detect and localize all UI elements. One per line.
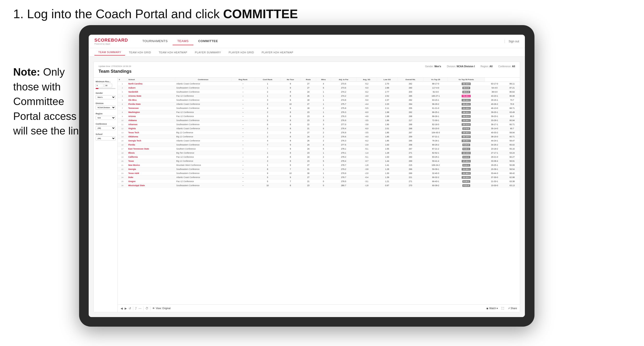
sub-nav-team-h2h-grid[interactable]: TEAM H2H GRID: [125, 49, 155, 55]
toolbar-forward-icon[interactable]: ▶: [125, 307, 127, 310]
region-select[interactable]: N/A All: [96, 116, 116, 120]
school-select[interactable]: (All): [96, 136, 116, 141]
content-panel: Update time: 27/03/2024 16:56:26 Team St…: [94, 61, 520, 312]
filter-region-label: Region: [96, 112, 116, 115]
score-badge: 23-23-1: [462, 140, 471, 142]
filter-section-min-rounds: Minimum Rou...: [96, 80, 116, 89]
logo-text: SCOREBOARD: [94, 38, 128, 43]
col-avg-sg: Avg. SG: [356, 78, 377, 82]
table-row: 25OregonPac-12 Conference–57210278.5-3.1…: [118, 179, 520, 183]
score-badge: 8-14-0: [462, 156, 470, 159]
sub-nav-team-h2h-heatmap[interactable]: TEAM H2H HEATMAP: [155, 49, 191, 55]
sub-nav-team-summary[interactable]: TEAM SUMMARY: [94, 49, 125, 55]
toolbar-more-icon[interactable]: ⋯: [138, 307, 142, 310]
sign-out[interactable]: Sign out: [504, 40, 519, 43]
score-badge: 28-6-0: [462, 91, 470, 93]
filter-school-label: School: [96, 133, 116, 136]
filter-section-region: Region N/A All: [96, 112, 116, 120]
table-row: 4Arizona StatePac-12 Conference–18261274…: [118, 94, 520, 98]
gender-select[interactable]: Men's Women's: [96, 95, 116, 99]
toolbar-back-icon[interactable]: ◀: [120, 307, 123, 310]
score-badge: 18-12-1: [462, 111, 471, 114]
fullscreen-icon: ⛶: [502, 307, 504, 310]
min-rounds-min-input[interactable]: [96, 84, 104, 87]
filter-section-conference: Conference (All) SEC ACC: [96, 123, 116, 130]
table-row: 15Georgia TechAtlantic Coast Conference–…: [118, 139, 520, 143]
toolbar-reload-icon[interactable]: ↺: [129, 307, 131, 310]
score-badge: 23-11-0: [462, 123, 471, 126]
tablet-frame: SCOREBOARD Powered by clippd TOURNAMENTS…: [79, 25, 534, 327]
standings-table: # School Conference Reg Rank Conf Rank N…: [118, 78, 520, 187]
col-no-tour: No Tour: [280, 78, 300, 82]
filter-conference-label: Conference: [96, 123, 116, 125]
col-vs-top25: Vs Top 25: [424, 78, 448, 82]
score-badge: 9-24-0: [462, 144, 470, 146]
update-time: Update time: 27/03/2024 16:56:26: [98, 65, 132, 67]
score-badge: 10-23-0: [462, 176, 471, 179]
table-row: 5Ole MissSoutheastern Conference–3618127…: [118, 98, 520, 102]
share-button[interactable]: ↗ Share: [508, 307, 517, 310]
app-header: SCOREBOARD Powered by clippd TOURNAMENTS…: [89, 35, 525, 48]
score-badge: 16-21-0: [462, 115, 471, 118]
division-select[interactable]: NCAA Division I NCAA Division II NCAA Di…: [96, 106, 116, 110]
sub-nav-player-summary[interactable]: PLAYER SUMMARY: [191, 49, 225, 55]
filter-min-rounds-inputs: [96, 84, 116, 87]
filter-section-school: School (All): [96, 133, 116, 141]
score-badge: 11-29-1: [462, 168, 471, 171]
right-content: # School Conference Reg Rank Conf Rank N…: [118, 78, 520, 312]
table-row: 21New MexicoMountain West Conference–192…: [118, 163, 520, 167]
score-badge: 9-18-1: [462, 180, 470, 183]
table-row: 14OklahomaBig 12 Conference–28242276.6-4…: [118, 135, 520, 139]
toolbar-clock-icon[interactable]: ⏱: [146, 307, 148, 310]
col-wins: Wins: [316, 78, 331, 82]
table-row: 2AuburnSoutheastern Conference–19276273.…: [118, 86, 520, 90]
table-row: 24DukeAtlantic Coast Conference–59271278…: [118, 175, 520, 179]
toolbar-divider-2: [143, 307, 144, 310]
score-badge: 42-16-0: [462, 83, 471, 85]
panel-body: Minimum Rou... Gender: [94, 78, 520, 312]
sub-nav-player-h2h-heatmap[interactable]: PLAYER H2H HEATMAP: [258, 49, 297, 55]
col-conference: Conference: [175, 78, 231, 82]
score-badge: 12-13-0: [462, 152, 471, 154]
table-row: 19CaliforniaPac-12 Conference–48242278.2…: [118, 155, 520, 159]
filter-min-rounds-label: Minimum Rou...: [96, 80, 116, 83]
filter-division-label: Division: [96, 102, 116, 105]
nav-tournaments[interactable]: TOURNAMENTS: [138, 37, 172, 45]
note-text: Note: Only those with Committee Portal a…: [13, 65, 85, 138]
nav-teams[interactable]: TEAMS: [172, 37, 194, 45]
slider-fill: [96, 88, 98, 89]
view-original-btn[interactable]: 👁 View: Original: [152, 307, 171, 310]
tablet-screen: SCOREBOARD Powered by clippd TOURNAMENTS…: [89, 35, 525, 317]
table-row: 22GeorgiaSoutheastern Conference–8721127…: [118, 167, 520, 171]
score-badge: 17-33-3: [462, 160, 471, 163]
toolbar-share-icon[interactable]: ⤴: [135, 307, 136, 310]
fullscreen-button[interactable]: ⛶: [502, 307, 504, 310]
score-badge: 9-12-1: [462, 164, 470, 167]
watch-button[interactable]: ◉ Watch ▾: [486, 307, 498, 310]
table-row: 1North CarolinaAtlantic Coast Conference…: [118, 82, 520, 86]
logo-area: SCOREBOARD Powered by clippd: [94, 38, 128, 45]
filter-gender-label: Gender: [96, 92, 116, 94]
score-badge: 15-32-2: [462, 131, 471, 134]
col-rank: #: [118, 78, 127, 82]
logo-sub: Powered by clippd: [94, 43, 128, 45]
sub-nav-player-h2h-grid[interactable]: PLAYER H2H GRID: [225, 49, 258, 55]
score-badge: 9-10-1: [462, 148, 470, 150]
score-badge: 12-14-1: [462, 99, 471, 101]
conference-select[interactable]: (All) SEC ACC: [96, 126, 116, 130]
table-row: 7TennesseeSoutheastern Conference–461822…: [118, 106, 520, 110]
filter-section-gender: Gender Men's Women's: [96, 92, 116, 99]
min-rounds-max-input[interactable]: [104, 84, 112, 87]
table-row: 8WashingtonPac-12 Conference–28231276.3-…: [118, 110, 520, 114]
watch-icon: ◉: [486, 307, 488, 310]
slider-bar[interactable]: [96, 88, 116, 89]
table-row: 16FloridaSoutheastern Conference–7924427…: [118, 143, 520, 147]
table-row: 6Florida StateAtlantic Coast Conference–…: [118, 102, 520, 106]
table-row: 20TexasBig 12 Conference–38235278.4-0.71…: [118, 159, 520, 163]
score-badge: 17-9-0: [462, 127, 470, 130]
table-wrapper[interactable]: # School Conference Reg Rank Conf Rank N…: [118, 78, 520, 304]
nav-items: TOURNAMENTS TEAMS COMMITTEE: [138, 37, 504, 45]
filter-conference-control: (All) SEC ACC: [96, 126, 116, 130]
nav-committee[interactable]: COMMITTEE: [194, 37, 223, 45]
score-badge: 30-4-0: [462, 87, 470, 89]
